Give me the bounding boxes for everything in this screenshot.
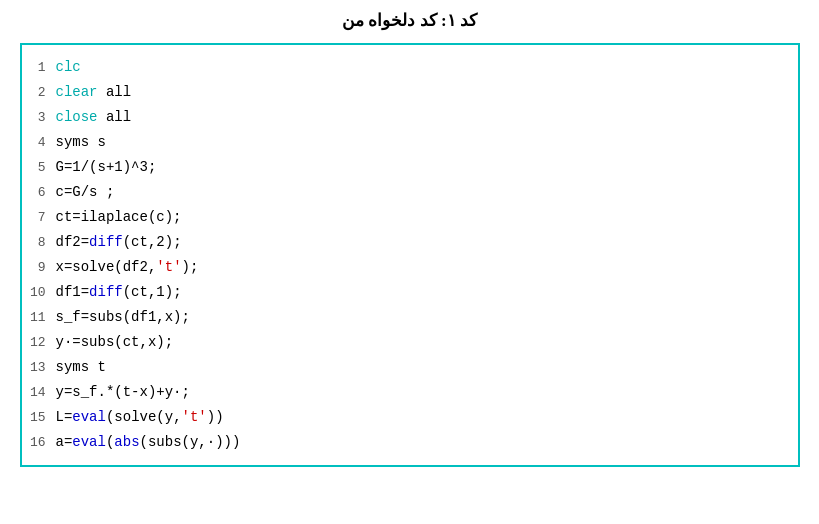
code-content: c=G/s ; [56, 180, 115, 204]
line-number: 13 [28, 356, 56, 380]
line-number: 14 [28, 381, 56, 405]
line-number: 3 [28, 106, 56, 130]
code-content: L=eval(solve(y,'t')) [56, 405, 224, 429]
code-line: 14y=s_f.*(t-x)+y·; [28, 380, 792, 405]
line-number: 9 [28, 256, 56, 280]
code-line: 16a=eval(abs(subs(y,·))) [28, 430, 792, 455]
line-number: 15 [28, 406, 56, 430]
line-number: 2 [28, 81, 56, 105]
code-content: clear all [56, 80, 132, 104]
line-number: 12 [28, 331, 56, 355]
code-content: x=solve(df2,'t'); [56, 255, 199, 279]
line-number: 8 [28, 231, 56, 255]
page-title: کد ۱: کد دلخواه من [0, 10, 819, 31]
page-wrapper: کد ۱: کد دلخواه من 1clc2clear all3close … [0, 0, 819, 524]
code-line: 8df2=diff(ct,2); [28, 230, 792, 255]
line-number: 7 [28, 206, 56, 230]
code-line: 1clc [28, 55, 792, 80]
code-line: 6c=G/s ; [28, 180, 792, 205]
code-content: y=s_f.*(t-x)+y·; [56, 380, 190, 404]
code-line: 5G=1/(s+1)^3; [28, 155, 792, 180]
code-content: G=1/(s+1)^3; [56, 155, 157, 179]
code-content: syms t [56, 355, 106, 379]
line-number: 16 [28, 431, 56, 455]
line-number: 11 [28, 306, 56, 330]
code-content: y·=subs(ct,x); [56, 330, 174, 354]
code-line: 12y·=subs(ct,x); [28, 330, 792, 355]
code-line: 15L=eval(solve(y,'t')) [28, 405, 792, 430]
code-line: 2clear all [28, 80, 792, 105]
code-line: 10df1=diff(ct,1); [28, 280, 792, 305]
line-number: 1 [28, 56, 56, 80]
code-line: 7ct=ilaplace(c); [28, 205, 792, 230]
code-content: a=eval(abs(subs(y,·))) [56, 430, 241, 454]
code-line: 9x=solve(df2,'t'); [28, 255, 792, 280]
line-number: 6 [28, 181, 56, 205]
code-content: syms s [56, 130, 106, 154]
code-line: 13syms t [28, 355, 792, 380]
code-box: 1clc2clear all3close all4syms s5G=1/(s+1… [20, 43, 800, 467]
line-number: 10 [28, 281, 56, 305]
code-content: df1=diff(ct,1); [56, 280, 182, 304]
code-line: 3close all [28, 105, 792, 130]
code-content: ct=ilaplace(c); [56, 205, 182, 229]
line-number: 4 [28, 131, 56, 155]
line-number: 5 [28, 156, 56, 180]
code-content: s_f=subs(df1,x); [56, 305, 190, 329]
code-content: close all [56, 105, 132, 129]
code-content: clc [56, 55, 81, 79]
code-line: 11s_f=subs(df1,x); [28, 305, 792, 330]
code-line: 4syms s [28, 130, 792, 155]
code-content: df2=diff(ct,2); [56, 230, 182, 254]
